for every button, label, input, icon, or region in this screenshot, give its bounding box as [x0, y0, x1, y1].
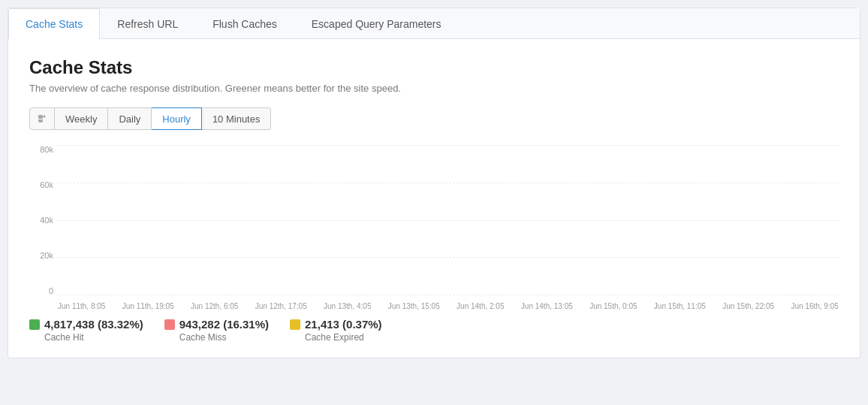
tab-cache-stats[interactable]: Cache Stats — [8, 8, 100, 39]
legend-miss-label: Cache Miss — [179, 332, 269, 343]
x-label: Jun 15th, 11:05 — [654, 302, 706, 310]
x-label: Jun 13th, 15:05 — [388, 302, 440, 310]
x-label: Jun 11th, 19:05 — [122, 302, 174, 310]
legend: 4,817,438 (83.32%) Cache Hit 943,282 (16… — [29, 318, 839, 343]
y-label-60k: 60k — [40, 180, 53, 189]
y-label-0: 0 — [49, 286, 53, 295]
legend-expired-value: 21,413 (0.37%) — [305, 318, 382, 331]
legend-cache-miss: 943,282 (16.31%) Cache Miss — [164, 318, 269, 343]
period-hourly-button[interactable]: Hourly — [152, 107, 202, 130]
x-axis: Jun 11th, 8:05Jun 11th, 19:05Jun 12th, 6… — [58, 302, 839, 310]
legend-cache-expired: 21,413 (0.37%) Cache Expired — [290, 318, 382, 343]
legend-miss-box — [164, 319, 175, 330]
page-subtitle: The overview of cache response distribut… — [29, 83, 839, 94]
x-label: Jun 16th, 9:05 — [791, 302, 838, 310]
tab-escaped-query-parameters[interactable]: Escaped Query Parameters — [294, 8, 459, 39]
legend-cache-hit: 4,817,438 (83.32%) Cache Hit — [29, 318, 143, 343]
chart-area: 80k 60k 40k 20k 0 — [29, 145, 839, 310]
x-label: Jun 12th, 6:05 — [191, 302, 238, 310]
period-daily-button[interactable]: Daily — [108, 107, 152, 130]
legend-hit-label: Cache Hit — [44, 332, 143, 343]
y-axis: 80k 60k 40k 20k 0 — [29, 145, 58, 310]
y-label-20k: 20k — [40, 251, 53, 260]
tab-flush-caches[interactable]: Flush Caches — [195, 8, 294, 39]
x-label: Jun 11th, 8:05 — [58, 302, 105, 310]
legend-hit-value: 4,817,438 (83.32%) — [44, 318, 143, 331]
page-title: Cache Stats — [29, 57, 839, 78]
x-label: Jun 14th, 2:05 — [457, 302, 504, 310]
bars-wrapper — [58, 145, 839, 310]
chart-inner: 80k 60k 40k 20k 0 — [29, 145, 839, 310]
x-label: Jun 15th, 0:05 — [589, 302, 637, 310]
legend-expired-row: 21,413 (0.37%) — [290, 318, 382, 331]
legend-expired-label: Cache Expired — [305, 332, 382, 343]
legend-hit-box — [29, 319, 40, 330]
x-label: Jun 12th, 17:05 — [255, 302, 307, 310]
period-weekly-button[interactable]: Weekly — [55, 107, 108, 130]
y-label-40k: 40k — [40, 216, 53, 225]
period-controls: Weekly Daily Hourly 10 Minutes — [29, 107, 839, 130]
x-label: Jun 15th, 22:05 — [722, 302, 774, 310]
period-icon[interactable] — [29, 107, 55, 130]
x-label: Jun 14th, 13:05 — [521, 302, 573, 310]
tabs-bar: Cache Stats Refresh URL Flush Caches Esc… — [8, 8, 860, 39]
legend-miss-row: 943,282 (16.31%) — [164, 318, 269, 331]
bars-container: Jun 11th, 8:05Jun 11th, 19:05Jun 12th, 6… — [58, 145, 839, 310]
legend-expired-box — [290, 319, 300, 330]
legend-miss-value: 943,282 (16.31%) — [179, 318, 269, 331]
tab-refresh-url[interactable]: Refresh URL — [100, 8, 195, 39]
y-label-80k: 80k — [40, 145, 53, 154]
legend-hit-row: 4,817,438 (83.32%) — [29, 318, 143, 331]
content-area: Cache Stats The overview of cache respon… — [8, 39, 860, 358]
x-label: Jun 13th, 4:05 — [324, 302, 371, 310]
period-10minutes-button[interactable]: 10 Minutes — [202, 107, 272, 130]
main-container: Cache Stats Refresh URL Flush Caches Esc… — [8, 8, 860, 358]
brush-icon — [37, 113, 47, 124]
